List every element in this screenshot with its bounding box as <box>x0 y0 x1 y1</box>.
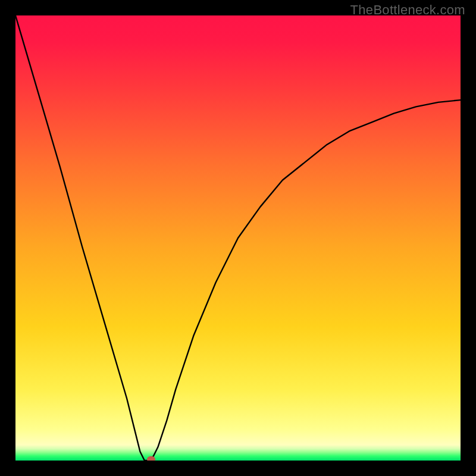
chart-stage: TheBottleneck.com <box>0 0 476 476</box>
bottleneck-curve <box>15 15 461 461</box>
plot-frame <box>15 15 461 461</box>
watermark-text: TheBottleneck.com <box>350 2 465 18</box>
optimum-marker <box>147 456 155 461</box>
